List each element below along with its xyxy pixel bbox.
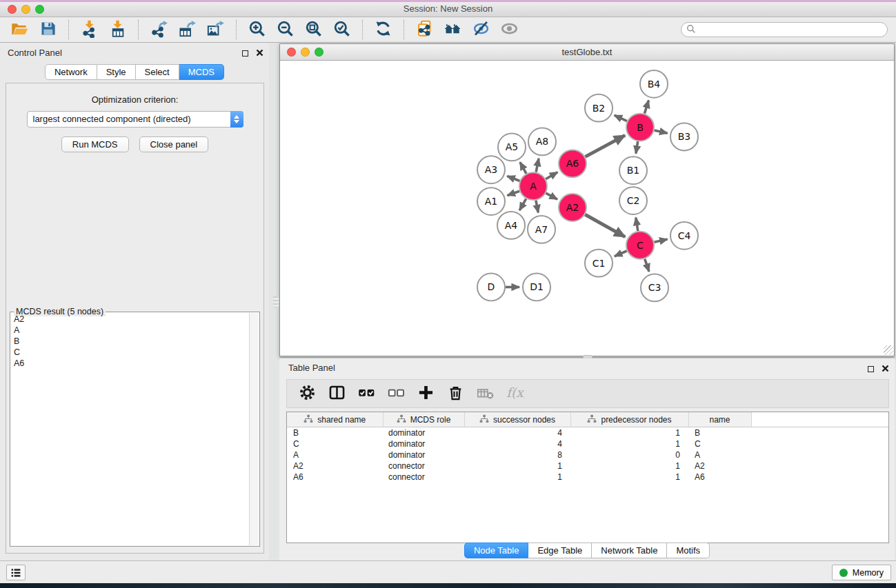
close-panel-button[interactable]: Close panel: [139, 136, 209, 152]
mcds-result-item[interactable]: A2: [12, 314, 248, 325]
table-row[interactable]: Cdominator41C: [287, 438, 888, 449]
table-cell[interactable]: A2: [688, 460, 751, 472]
graph-edge[interactable]: [615, 251, 627, 256]
tab-motifs[interactable]: Motifs: [667, 543, 710, 558]
table-cell[interactable]: dominator: [383, 427, 464, 439]
table-cell[interactable]: 1: [570, 460, 688, 472]
graph-edge[interactable]: [536, 159, 539, 172]
zoom-in-button[interactable]: [243, 19, 271, 41]
resize-grip-icon[interactable]: [884, 345, 893, 355]
graph-edge[interactable]: [644, 101, 648, 114]
table-cell[interactable]: B: [287, 427, 383, 439]
delete-column-button[interactable]: [445, 383, 466, 404]
show-hide-details-button[interactable]: [467, 19, 495, 41]
optimization-select[interactable]: largest connected component (directed): [27, 111, 243, 128]
column-header-name[interactable]: name: [688, 412, 751, 427]
graph-edge[interactable]: [536, 201, 538, 213]
table-cell[interactable]: dominator: [383, 449, 464, 460]
task-history-button[interactable]: [6, 565, 26, 580]
export-network-button[interactable]: [145, 19, 173, 41]
table-cell[interactable]: 1: [464, 472, 570, 483]
table-cell[interactable]: 1: [570, 427, 688, 439]
graph-edge[interactable]: [508, 191, 520, 195]
select-all-button[interactable]: [356, 383, 377, 404]
network-canvas[interactable]: B4B2BB3A8A5A6A3B1AC2A1A2A4A7C4CC1C3DD1: [280, 61, 894, 356]
memory-button[interactable]: Memory: [832, 565, 891, 580]
unselect-all-button[interactable]: [386, 383, 406, 404]
close-panel-icon[interactable]: [256, 47, 263, 59]
graph-edge[interactable]: [546, 193, 557, 199]
table-cell[interactable]: 4: [464, 427, 570, 439]
table-cell[interactable]: C: [688, 438, 751, 449]
tab-select[interactable]: Select: [136, 64, 179, 80]
graph-edge[interactable]: [645, 259, 649, 272]
table-cell[interactable]: C: [287, 438, 383, 449]
table-cell[interactable]: A: [688, 449, 751, 460]
mcds-result-item[interactable]: A: [12, 325, 248, 336]
create-column-button[interactable]: [415, 383, 436, 404]
graph-edge[interactable]: [519, 199, 526, 210]
graph-edge[interactable]: [520, 162, 526, 174]
app-titlebar[interactable]: Session: New Session: [0, 2, 896, 17]
show-column-button[interactable]: [326, 383, 347, 404]
result-scrollbar[interactable]: [249, 313, 259, 545]
table-settings-button[interactable]: [297, 383, 317, 404]
search-input[interactable]: [681, 22, 888, 37]
table-cell[interactable]: 8: [464, 449, 570, 460]
graph-edge[interactable]: [586, 135, 626, 156]
table-cell[interactable]: A2: [287, 460, 383, 472]
tab-network[interactable]: Network: [45, 64, 97, 80]
graph-edge[interactable]: [507, 176, 519, 181]
table-cell[interactable]: dominator: [383, 438, 464, 449]
import-network-from-file-button[interactable]: [75, 19, 103, 41]
graph-edge[interactable]: [585, 214, 625, 236]
zoom-selected-button[interactable]: [328, 19, 356, 41]
run-mcds-button[interactable]: Run MCDS: [61, 136, 129, 152]
save-session-button[interactable]: [34, 19, 62, 41]
eye-button[interactable]: [495, 19, 524, 41]
graph-edge[interactable]: [615, 115, 627, 121]
float-panel-icon[interactable]: [242, 50, 248, 57]
mcds-result-item[interactable]: C: [12, 347, 248, 358]
table-cell[interactable]: A: [287, 449, 383, 460]
tab-edge-table[interactable]: Edge Table: [528, 543, 592, 558]
table-cell[interactable]: 1: [570, 438, 688, 449]
vertical-splitter-handle[interactable]: [273, 296, 279, 307]
table-row[interactable]: Adominator80A: [287, 449, 888, 460]
tab-node-table[interactable]: Node Table: [464, 543, 529, 558]
table-cell[interactable]: B: [688, 427, 751, 439]
home-button[interactable]: [439, 19, 467, 41]
table-cell[interactable]: connector: [383, 460, 464, 472]
import-table-from-file-button[interactable]: [103, 19, 132, 41]
export-image-button[interactable]: [201, 19, 230, 41]
table-cell[interactable]: 0: [570, 449, 688, 460]
float-table-panel-icon[interactable]: [868, 366, 874, 372]
column-header-MCDS-role[interactable]: MCDS role: [383, 412, 464, 427]
graph-edge[interactable]: [636, 141, 638, 154]
table-row[interactable]: A2connector11A2: [287, 460, 888, 472]
graph-edge[interactable]: [655, 239, 668, 242]
tab-style[interactable]: Style: [97, 64, 136, 80]
graph-edge[interactable]: [655, 130, 668, 133]
column-header-successor-nodes[interactable]: successor nodes: [464, 412, 570, 427]
column-header-predecessor-nodes[interactable]: predecessor nodes: [570, 412, 688, 427]
close-table-panel-icon[interactable]: [882, 363, 889, 375]
table-cell[interactable]: A6: [287, 472, 383, 483]
table-cell[interactable]: 4: [464, 438, 570, 449]
mcds-result-item[interactable]: A6: [12, 358, 248, 369]
tab-mcds[interactable]: MCDS: [179, 64, 224, 80]
table-row[interactable]: A6connector11A6: [287, 472, 888, 483]
open-session-button[interactable]: [6, 19, 34, 41]
network-window-titlebar[interactable]: testGlobe.txt: [280, 44, 894, 61]
zoom-out-button[interactable]: [271, 19, 299, 41]
table-cell[interactable]: 1: [570, 472, 688, 483]
graph-edge[interactable]: [546, 172, 557, 179]
column-header-shared-name[interactable]: shared name: [287, 412, 383, 427]
zoom-fit-button[interactable]: [299, 19, 328, 41]
apply-refresh-button[interactable]: [369, 19, 397, 41]
export-table-button[interactable]: [173, 19, 201, 41]
tab-network-table[interactable]: Network Table: [592, 543, 667, 558]
mcds-result-item[interactable]: B: [12, 336, 248, 347]
table-cell[interactable]: connector: [383, 472, 464, 483]
table-cell[interactable]: A6: [688, 472, 751, 483]
